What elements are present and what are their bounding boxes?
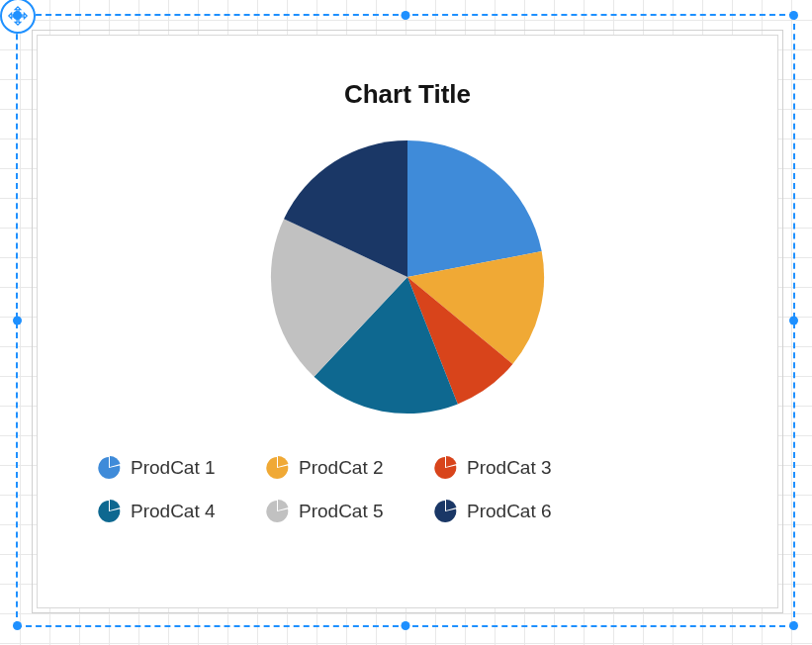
legend-pie-icon: [97, 456, 121, 480]
legend-item[interactable]: ProdCat 4: [97, 500, 245, 523]
resize-handle-right-middle[interactable]: [789, 317, 798, 325]
resize-handle-left-middle[interactable]: [13, 317, 22, 325]
resize-handle-top-right[interactable]: [789, 11, 798, 20]
legend-pie-icon: [433, 500, 457, 523]
resize-handle-bottom-right[interactable]: [789, 621, 798, 630]
legend-label: ProdCat 3: [467, 457, 552, 479]
legend-label: ProdCat 4: [131, 501, 216, 522]
resize-handle-bottom-middle[interactable]: [402, 621, 410, 630]
chart-title[interactable]: Chart Title: [38, 79, 777, 110]
chart-plot-area[interactable]: Chart Title ProdCat 1ProdCat 2ProdCat 3P…: [37, 35, 778, 608]
legend-pie-icon: [265, 500, 289, 523]
legend-label: ProdCat 1: [131, 457, 216, 479]
resize-handle-bottom-left[interactable]: [13, 621, 22, 630]
legend-label: ProdCat 6: [467, 501, 552, 522]
legend-pie-icon: [433, 456, 457, 480]
resize-handle-top-left[interactable]: [13, 11, 22, 20]
legend-item[interactable]: ProdCat 3: [433, 456, 582, 480]
legend-item[interactable]: ProdCat 5: [265, 500, 413, 523]
legend-item[interactable]: ProdCat 6: [433, 500, 582, 523]
legend-label: ProdCat 5: [299, 501, 384, 522]
legend-pie-icon: [97, 500, 121, 523]
legend-label: ProdCat 2: [299, 457, 384, 479]
legend-pie-icon: [265, 456, 289, 480]
chart-legend[interactable]: ProdCat 1ProdCat 2ProdCat 3ProdCat 4Prod…: [38, 456, 777, 523]
resize-handle-top-middle[interactable]: [402, 11, 410, 20]
legend-item[interactable]: ProdCat 2: [265, 456, 413, 480]
pie-chart[interactable]: [38, 134, 777, 420]
chart-selection-frame[interactable]: Chart Title ProdCat 1ProdCat 2ProdCat 3P…: [16, 14, 795, 627]
chart-outer-frame: Chart Title ProdCat 1ProdCat 2ProdCat 3P…: [32, 30, 783, 613]
pie-svg: [264, 134, 551, 420]
legend-item[interactable]: ProdCat 1: [97, 456, 245, 480]
